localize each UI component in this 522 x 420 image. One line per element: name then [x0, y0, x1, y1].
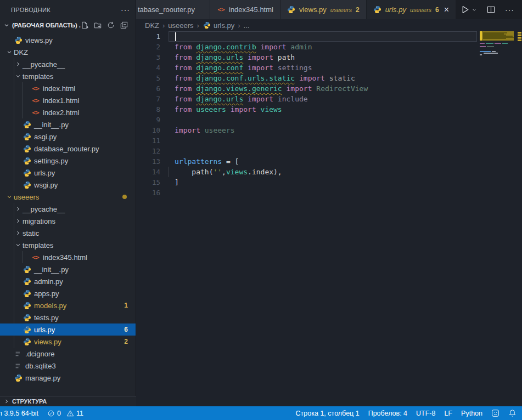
warning-triangle-icon	[66, 410, 74, 417]
tree-file-admin.py[interactable]: admin.py	[0, 275, 136, 287]
tree-item-label: urls.py	[34, 326, 55, 334]
tree-file-models.py[interactable]: models.py1	[0, 299, 136, 311]
code-line-11[interactable]: 11	[136, 135, 522, 146]
tab-tabase_roouter.py[interactable]: tabase_roouter.py	[136, 0, 210, 19]
tree-file-views.py[interactable]: views.py	[0, 34, 136, 46]
tree-file-.dcignore[interactable]: .dcignore	[0, 348, 136, 360]
line-number: 16	[136, 188, 160, 198]
tree-file-index.html[interactable]: <>index.html	[0, 82, 136, 94]
tree-folder-templates[interactable]: templates	[0, 70, 136, 82]
collapse-all-icon[interactable]	[120, 21, 128, 29]
tree-item-label: wsgi.py	[34, 181, 58, 189]
eol-status[interactable]: LF	[440, 406, 457, 420]
tree-file-asgi.py[interactable]: asgi.py	[0, 130, 136, 143]
close-icon[interactable]: ×	[444, 5, 449, 14]
tree-file-wsgi.py[interactable]: wsgi.py	[0, 179, 136, 191]
breadcrumb-item-urls.py[interactable]: urls.py	[203, 21, 234, 30]
warning-count: 11	[76, 410, 83, 417]
code-line-4[interactable]: 4from django.conf import settings	[136, 63, 522, 73]
explorer-more-icon[interactable]: ···	[121, 5, 130, 14]
tree-file-index345.html[interactable]: <>index345.html	[0, 251, 136, 263]
tab-problems-badge: 6	[435, 6, 439, 14]
editor-more-actions-icon[interactable]: ···	[505, 5, 514, 14]
tab-views.py[interactable]: views.pyuseeers2	[280, 0, 367, 19]
breadcrumb-item-DKZ[interactable]: DKZ	[145, 21, 159, 30]
tree-file-db.sqlite3[interactable]: db.sqlite3	[0, 360, 136, 372]
overview-ruler[interactable]	[516, 19, 522, 406]
tree-file-tests.py[interactable]: tests.py	[0, 311, 136, 323]
minimap[interactable]	[480, 31, 516, 196]
code-line-5[interactable]: 5from django.conf.urls.static import sta…	[136, 73, 522, 83]
problems-status[interactable]: 0 11	[43, 406, 88, 420]
code-line-6[interactable]: 6from django.views.generic import Redire…	[136, 83, 522, 94]
tree-file-urls.py[interactable]: urls.py	[0, 167, 136, 179]
code-line-15[interactable]: 15]	[136, 177, 522, 188]
python-interpreter-status[interactable]: n 3.9.5 64-bit	[0, 406, 43, 420]
chevron-down-icon	[5, 49, 14, 55]
feedback-smiley-icon[interactable]	[487, 406, 504, 420]
cursor-position-status[interactable]: Строка 1, столбец 1	[291, 406, 364, 420]
python-file-icon	[287, 5, 296, 14]
tree-file-settings.py[interactable]: settings.py	[0, 155, 136, 167]
html-file-icon: <>	[31, 254, 40, 261]
code-line-2[interactable]: 2from django.contrib import admin	[136, 42, 522, 52]
run-python-file-button[interactable]	[461, 5, 477, 14]
line-number: 8	[136, 104, 160, 115]
language-mode-status[interactable]: Python	[457, 406, 487, 420]
tree-file-views.py[interactable]: views.py2	[0, 336, 136, 348]
tab-urls.py[interactable]: urls.pyuseeers6×	[367, 0, 456, 19]
code-line-13[interactable]: 13urlpatterns = [	[136, 156, 522, 167]
problems-badge: 2	[124, 338, 128, 345]
tree-folder-useeers[interactable]: useeers	[0, 191, 136, 203]
tree-file-index2.html[interactable]: <>index2.html	[0, 106, 136, 118]
minimap-warning-block	[480, 31, 514, 41]
tree-folder-templates[interactable]: templates	[0, 239, 136, 251]
tree-folder-DKZ[interactable]: DKZ	[0, 46, 136, 58]
code-editor[interactable]: 12from django.contrib import admin3from …	[136, 31, 522, 406]
breadcrumb-item-useeers[interactable]: useeers	[168, 21, 193, 30]
tree-file-manage.py[interactable]: manage.py	[0, 372, 136, 384]
tree-file-apps.py[interactable]: apps.py	[0, 287, 136, 299]
line-number: 11	[136, 135, 160, 146]
tree-file-database_roouter.py[interactable]: database_roouter.py	[0, 143, 136, 155]
new-file-icon[interactable]	[81, 21, 88, 29]
outline-section-header[interactable]: СТРУКТУРА	[0, 396, 136, 406]
tab-label: urls.py	[385, 5, 406, 14]
notifications-bell-icon[interactable]	[504, 406, 522, 420]
code-line-12[interactable]: 12	[136, 146, 522, 156]
tree-file-urls.py[interactable]: urls.py6	[0, 323, 136, 336]
refresh-icon[interactable]	[107, 21, 115, 29]
split-editor-icon[interactable]	[487, 5, 495, 14]
python-file-icon	[23, 133, 31, 141]
workspace-header[interactable]: (РАБОЧАЯ ОБЛАСТЬ) ...	[0, 19, 136, 31]
code-line-7[interactable]: 7from django.urls import include	[136, 94, 522, 104]
code-line-10[interactable]: 10import useeers	[136, 125, 522, 135]
chevron-right-icon	[14, 61, 23, 67]
code-line-14[interactable]: 14 path('',views.index),	[136, 167, 522, 177]
tree-file-index1.html[interactable]: <>index1.html	[0, 94, 136, 106]
tree-file-__init__.py[interactable]: __init__.py	[0, 263, 136, 275]
new-folder-icon[interactable]	[94, 21, 102, 29]
python-file-icon	[14, 36, 23, 44]
code-line-3[interactable]: 3from django.urls import path	[136, 52, 522, 63]
code-line-16[interactable]: 16	[136, 188, 522, 198]
tree-folder-migrations[interactable]: migrations	[0, 215, 136, 227]
tree-folder-static[interactable]: static	[0, 227, 136, 239]
tree-file-__init__.py[interactable]: __init__.py	[0, 118, 136, 130]
tree-item-label: __init__.py	[34, 121, 69, 129]
tree-folder-__pycache__[interactable]: __pycache__	[0, 58, 136, 70]
tab-description: useeers	[330, 7, 352, 13]
breadcrumb-separator-icon: ›	[162, 21, 165, 30]
file-icon	[14, 350, 23, 357]
code-line-1[interactable]: 1	[136, 31, 522, 42]
line-number: 9	[136, 115, 160, 125]
encoding-status[interactable]: UTF-8	[412, 406, 440, 420]
error-circle-slash-icon	[47, 410, 55, 417]
tree-folder-__pycache__[interactable]: __pycache__	[0, 203, 136, 215]
tab-index345.html[interactable]: <>index345.html	[210, 0, 280, 19]
code-line-9[interactable]: 9	[136, 115, 522, 125]
tree-item-label: index1.html	[43, 97, 79, 105]
breadcrumb-item-...[interactable]: ...	[244, 21, 250, 30]
indentation-status[interactable]: Пробелов: 4	[364, 406, 412, 420]
code-line-8[interactable]: 8from useeers import views	[136, 104, 522, 115]
